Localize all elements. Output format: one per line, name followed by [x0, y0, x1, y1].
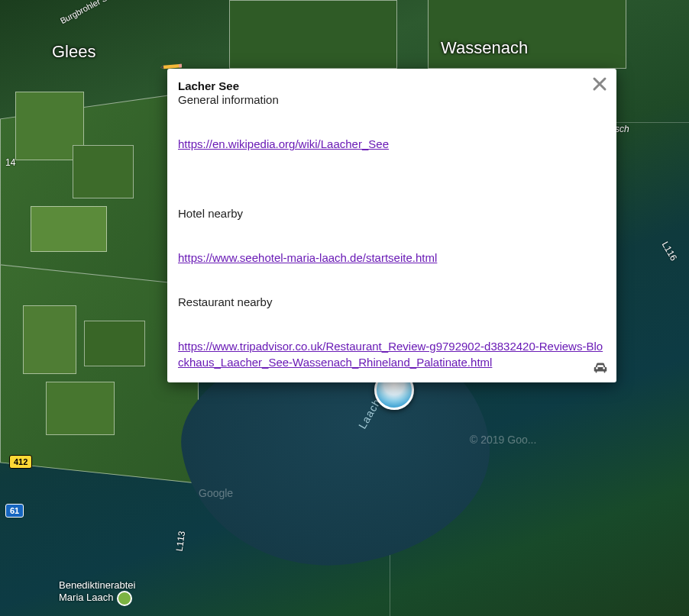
- town-label-glees: Glees: [52, 42, 95, 62]
- map-canvas[interactable]: Laache 412 61 14 L113 L116 Burgbrohler S…: [0, 0, 689, 616]
- popup-section-hotel: Hotel nearby: [178, 206, 606, 221]
- popup-section-restaurant: Restaurant nearby: [178, 295, 606, 310]
- edit-icon[interactable]: [157, 50, 189, 82]
- popup-title: Lacher See: [178, 79, 606, 92]
- map-attribution: Google: [199, 487, 233, 499]
- poi-maria-laach: Benediktinerabtei Maria Laach: [59, 580, 135, 606]
- popup-link-wiki[interactable]: https://en.wikipedia.org/wiki/Laacher_Se…: [178, 137, 389, 150]
- map-attribution: © 2019 Goo...: [470, 434, 536, 446]
- road-shield-61: 61: [5, 504, 24, 518]
- popup-link-restaurant[interactable]: https://www.tripadvisor.co.uk/Restaurant…: [178, 340, 603, 368]
- close-icon[interactable]: [590, 75, 609, 93]
- road-label-l116: L116: [656, 236, 682, 267]
- road-label-burgbrohler: Burgbrohler S...: [54, 0, 118, 28]
- road-shield-412: 412: [9, 455, 32, 469]
- town-label-wassenach: Wassenach: [441, 38, 528, 58]
- popup-link-hotel[interactable]: https://www.seehotel-maria-laach.de/star…: [178, 251, 437, 264]
- road-label-14: 14: [2, 156, 19, 169]
- info-popup: Lacher See General information https://e…: [167, 69, 616, 382]
- poi-icon: [117, 591, 132, 606]
- popup-section-general: General information: [178, 92, 606, 108]
- road-label-l113: L113: [172, 527, 189, 556]
- car-icon[interactable]: [592, 360, 609, 376]
